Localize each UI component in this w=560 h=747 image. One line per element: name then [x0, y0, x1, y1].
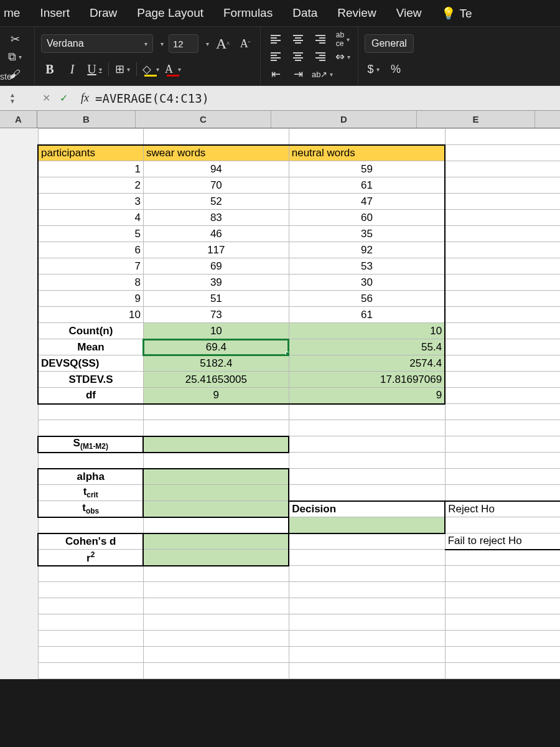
- cell[interactable]: 92: [289, 242, 445, 258]
- cell[interactable]: 7: [38, 258, 143, 275]
- font-color-icon[interactable]: A▾: [164, 60, 182, 78]
- tab-tell-me[interactable]: 💡 Te: [437, 1, 475, 26]
- tab-review[interactable]: Review: [334, 1, 380, 25]
- cell[interactable]: 3: [38, 194, 143, 210]
- italic-button[interactable]: I: [63, 60, 81, 78]
- cell[interactable]: 51: [143, 291, 289, 307]
- cell[interactable]: Fail to reject Ho: [445, 533, 560, 550]
- cell[interactable]: [143, 550, 289, 566]
- currency-icon[interactable]: $▾: [365, 60, 382, 78]
- cell[interactable]: 9: [143, 388, 289, 404]
- col-header-b[interactable]: B: [37, 111, 136, 128]
- cell[interactable]: Decision: [289, 501, 445, 517]
- cell[interactable]: alpha: [38, 469, 143, 485]
- cell[interactable]: Count(n): [38, 323, 143, 339]
- align-middle-icon[interactable]: [289, 31, 307, 48]
- align-top-icon[interactable]: [267, 31, 284, 48]
- cell[interactable]: [143, 469, 289, 485]
- col-header-e[interactable]: E: [417, 111, 535, 128]
- cell[interactable]: 10: [143, 323, 289, 339]
- number-format-select[interactable]: General: [365, 34, 414, 53]
- cell[interactable]: DEVSQ(SS): [38, 355, 143, 372]
- cell[interactable]: 35: [289, 226, 445, 242]
- formula-input[interactable]: =AVERAGE(C4:C13): [95, 92, 209, 105]
- cell[interactable]: 9: [38, 291, 143, 307]
- cell[interactable]: 53: [289, 258, 445, 275]
- fill-color-icon[interactable]: ◇▾: [142, 60, 159, 78]
- wrap-text-icon[interactable]: abce▾: [334, 31, 352, 48]
- cell[interactable]: 5: [38, 226, 143, 242]
- cell[interactable]: 10: [38, 307, 143, 323]
- cell[interactable]: 59: [289, 161, 445, 177]
- cell[interactable]: 9: [289, 388, 445, 404]
- cell[interactable]: Mean: [38, 339, 143, 355]
- cell[interactable]: 61: [289, 307, 445, 323]
- cell[interactable]: tobs: [38, 501, 143, 517]
- cell[interactable]: 69: [143, 258, 289, 275]
- underline-button[interactable]: U▾: [86, 60, 103, 78]
- cell[interactable]: 83: [143, 210, 289, 226]
- font-size-select[interactable]: 12: [169, 34, 198, 53]
- cell[interactable]: 61: [289, 177, 445, 194]
- cell[interactable]: participants: [38, 145, 143, 161]
- align-left-icon[interactable]: [267, 48, 284, 65]
- align-bottom-icon[interactable]: [312, 31, 329, 48]
- cell[interactable]: 117: [143, 242, 289, 258]
- cell[interactable]: [143, 436, 289, 453]
- cell[interactable]: 47: [289, 194, 445, 210]
- cell[interactable]: 1: [38, 161, 143, 177]
- align-center-icon[interactable]: [289, 48, 307, 65]
- cell[interactable]: 55.4: [289, 339, 445, 355]
- cell[interactable]: 4: [38, 210, 143, 226]
- cell[interactable]: 73: [143, 307, 289, 323]
- cell[interactable]: 30: [289, 275, 445, 291]
- tab-draw[interactable]: Draw: [86, 1, 121, 25]
- cell[interactable]: [289, 517, 445, 533]
- orientation-icon[interactable]: ab↗▾: [312, 65, 333, 83]
- cell[interactable]: 94: [143, 161, 289, 177]
- cell[interactable]: STDEV.S: [38, 372, 143, 388]
- cell[interactable]: 8: [38, 275, 143, 291]
- align-right-icon[interactable]: [312, 48, 329, 65]
- tab-data[interactable]: Data: [289, 1, 321, 25]
- cancel-icon[interactable]: ✕: [39, 91, 54, 106]
- tab-insert[interactable]: Insert: [36, 1, 73, 25]
- percent-icon[interactable]: %: [387, 60, 404, 78]
- cell[interactable]: 60: [289, 210, 445, 226]
- increase-indent-icon[interactable]: ⇥: [289, 65, 307, 83]
- confirm-icon[interactable]: ✓: [56, 91, 71, 106]
- fx-icon[interactable]: fx: [75, 92, 95, 105]
- cell[interactable]: 46: [143, 226, 289, 242]
- cell[interactable]: df: [38, 388, 143, 404]
- col-header-a[interactable]: A: [0, 111, 37, 128]
- bold-button[interactable]: B: [41, 60, 58, 78]
- font-name-select[interactable]: Verdana▾: [41, 34, 153, 53]
- spreadsheet-grid[interactable]: participants swear words neutral words 1…: [37, 128, 560, 679]
- copy-icon[interactable]: ⧉▾: [6, 48, 24, 65]
- cell[interactable]: 6: [38, 242, 143, 258]
- cell[interactable]: 17.81697069: [289, 372, 445, 388]
- cut-icon[interactable]: ✂: [6, 31, 24, 48]
- cell[interactable]: 39: [143, 275, 289, 291]
- cell[interactable]: 25.41653005: [143, 372, 289, 388]
- cell[interactable]: S(M1-M2): [38, 436, 143, 453]
- col-header-c[interactable]: C: [136, 111, 271, 128]
- cell[interactable]: 52: [143, 194, 289, 210]
- cell[interactable]: 5182.4: [143, 355, 289, 372]
- cell[interactable]: 2: [38, 177, 143, 194]
- increase-font-icon[interactable]: A^: [214, 35, 231, 52]
- namebox-spinner[interactable]: ▲▼: [0, 92, 25, 105]
- decrease-font-icon[interactable]: Aˇ: [236, 35, 254, 52]
- decrease-indent-icon[interactable]: ⇤: [267, 65, 284, 83]
- tab-page-layout[interactable]: Page Layout: [133, 1, 207, 25]
- selected-cell[interactable]: 69.4: [143, 339, 289, 355]
- cell[interactable]: 2574.4: [289, 355, 445, 372]
- merge-icon[interactable]: ⇔▾: [334, 48, 352, 65]
- cell[interactable]: 10: [289, 323, 445, 339]
- tab-formulas[interactable]: Formulas: [220, 1, 276, 25]
- cell[interactable]: [143, 533, 289, 550]
- cell[interactable]: Cohen's d: [38, 533, 143, 550]
- tab-home[interactable]: me: [0, 1, 24, 25]
- cell[interactable]: [143, 501, 289, 517]
- cell[interactable]: Reject Ho: [445, 501, 560, 517]
